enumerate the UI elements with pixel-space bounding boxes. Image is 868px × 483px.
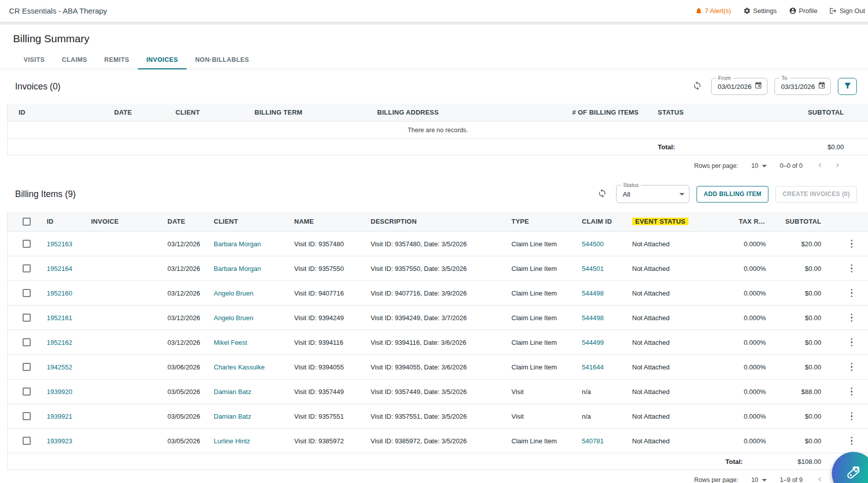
name-cell: Visit ID: 9394249 [288, 314, 365, 322]
subtotal-cell: $0.00 [769, 339, 824, 346]
name-cell: Visit ID: 9394055 [288, 363, 365, 371]
alerts-label: 7 Alert(s) [705, 7, 731, 15]
billing-item-id-link[interactable]: 1939920 [47, 388, 72, 396]
invoices-refresh-button[interactable] [690, 79, 704, 94]
tab-non-billables[interactable]: NON-BILLABLES [187, 51, 257, 69]
tab-claims[interactable]: CLAIMS [53, 51, 96, 69]
bandage-heart-icon [844, 464, 862, 483]
calendar-icon[interactable] [754, 81, 762, 91]
settings-label: Settings [753, 7, 777, 15]
billing-item-id-link[interactable]: 1939921 [47, 413, 72, 420]
row-checkbox[interactable] [23, 314, 31, 322]
create-invoices-button[interactable]: CREATE INVOICES (0) [775, 186, 857, 203]
col-header: SUBTOTAL [769, 218, 824, 225]
billing-item-id-link[interactable]: 1952160 [47, 289, 72, 297]
billing-items-refresh-button[interactable] [595, 186, 609, 202]
tax-rate-cell: 0.000% [733, 437, 769, 445]
tab-remits[interactable]: REMITS [96, 51, 138, 69]
type-cell: Claim Line Item [505, 240, 576, 248]
chevron-left-icon[interactable] [816, 475, 824, 483]
row-menu-button[interactable] [848, 384, 855, 399]
to-date-label: To [779, 75, 790, 81]
billing-item-id-link[interactable]: 1952163 [47, 240, 72, 248]
select-all-checkbox[interactable] [23, 218, 31, 226]
row-checkbox[interactable] [23, 437, 31, 445]
settings-button[interactable]: Settings [743, 7, 777, 15]
claim-id-link[interactable]: 544501 [582, 265, 603, 272]
invoices-section: Invoices (0) From 03/01/2026 To 03/31/20… [0, 69, 868, 176]
client-link[interactable]: Barbara Morgan [214, 265, 261, 272]
billing-item-id-link[interactable]: 1952162 [47, 339, 72, 346]
row-menu-button[interactable] [848, 237, 855, 251]
page-range: 1–9 of 9 [780, 476, 803, 483]
row-checkbox[interactable] [23, 388, 31, 396]
rows-per-page-select[interactable]: 10 [751, 162, 767, 169]
sign-out-label: Sign Out [839, 7, 865, 15]
billing-items-header-row: ID INVOICE DATE CLIENT NAME DESCRIPTION … [8, 212, 868, 232]
client-link[interactable]: Damian Batz [214, 388, 251, 396]
tax-rate-cell: 0.000% [733, 339, 769, 346]
event-status-cell: Not Attached [626, 339, 733, 346]
row-checkbox[interactable] [23, 264, 31, 272]
billing-item-id-link[interactable]: 1942552 [47, 363, 72, 371]
calendar-icon[interactable] [818, 81, 826, 91]
row-menu-button[interactable] [848, 434, 855, 448]
claim-id-link[interactable]: 541644 [582, 363, 603, 371]
client-link[interactable]: Lurline Hintz [214, 437, 250, 445]
claim-id-link[interactable]: 544500 [582, 240, 603, 248]
col-header: DATE [108, 109, 169, 116]
col-header: TYPE [505, 218, 576, 225]
col-header: BILLING ADDRESS [371, 109, 556, 116]
row-checkbox[interactable] [23, 338, 31, 346]
row-menu-button[interactable] [848, 409, 855, 424]
sign-out-button[interactable]: Sign Out [829, 7, 865, 15]
chevron-left-icon[interactable] [816, 161, 824, 171]
col-header: STATUS [642, 109, 717, 116]
to-date-field[interactable]: To 03/31/2026 [774, 78, 831, 95]
client-link[interactable]: Damian Batz [214, 413, 251, 420]
claim-id-link[interactable]: 540781 [582, 437, 603, 445]
from-date-field[interactable]: From 03/01/2026 [711, 78, 767, 95]
billing-item-id-link[interactable]: 1952161 [47, 314, 72, 322]
client-link[interactable]: Angelo Bruen [214, 289, 253, 297]
invoices-total-value: $0.00 [717, 143, 868, 151]
row-checkbox[interactable] [23, 289, 31, 297]
row-menu-button[interactable] [848, 261, 855, 276]
subtotal-cell: $0.00 [769, 314, 824, 322]
client-link[interactable]: Barbara Morgan [214, 240, 261, 248]
billing-item-id-link[interactable]: 1952164 [47, 265, 72, 272]
claim-id-link[interactable]: 544499 [582, 339, 603, 346]
subtotal-cell: $88.00 [769, 388, 824, 396]
col-header: CLIENT [208, 218, 288, 225]
status-filter-select[interactable]: Status All [616, 185, 689, 203]
add-billing-item-button[interactable]: ADD BILLING ITEM [697, 186, 768, 203]
row-menu-button[interactable] [848, 311, 855, 325]
claim-id-link[interactable]: 544498 [582, 289, 603, 297]
row-menu-button[interactable] [848, 286, 855, 301]
client-link[interactable]: Angelo Bruen [214, 314, 253, 322]
row-menu-button[interactable] [848, 335, 855, 350]
date-cell: 03/06/2026 [161, 363, 208, 371]
status-filter-value: All [623, 190, 630, 198]
date-cell: 03/05/2026 [161, 413, 208, 420]
client-link[interactable]: Charles Kassulke [214, 363, 265, 371]
rows-per-page-select[interactable]: 10 [751, 476, 767, 483]
billing-item-id-link[interactable]: 1939923 [47, 437, 72, 445]
subtotal-cell: $0.00 [769, 437, 824, 445]
invoices-filter-button[interactable] [838, 78, 857, 95]
alerts-button[interactable]: 7 Alert(s) [695, 7, 731, 15]
row-checkbox[interactable] [23, 363, 31, 371]
billing-total-label: Total: [626, 458, 769, 465]
chevron-right-icon[interactable] [833, 161, 842, 171]
tab-visits[interactable]: VISITS [15, 51, 53, 69]
row-menu-button[interactable] [848, 360, 855, 374]
person-icon [789, 7, 797, 15]
row-checkbox[interactable] [23, 240, 31, 248]
claim-id-link[interactable]: 544498 [582, 314, 603, 322]
client-link[interactable]: Mikel Feest [214, 339, 247, 346]
col-header: CLIENT [169, 109, 248, 116]
tab-invoices[interactable]: INVOICES [138, 51, 187, 69]
row-checkbox[interactable] [23, 412, 31, 420]
gear-icon [743, 7, 751, 15]
profile-button[interactable]: Profile [789, 7, 818, 15]
